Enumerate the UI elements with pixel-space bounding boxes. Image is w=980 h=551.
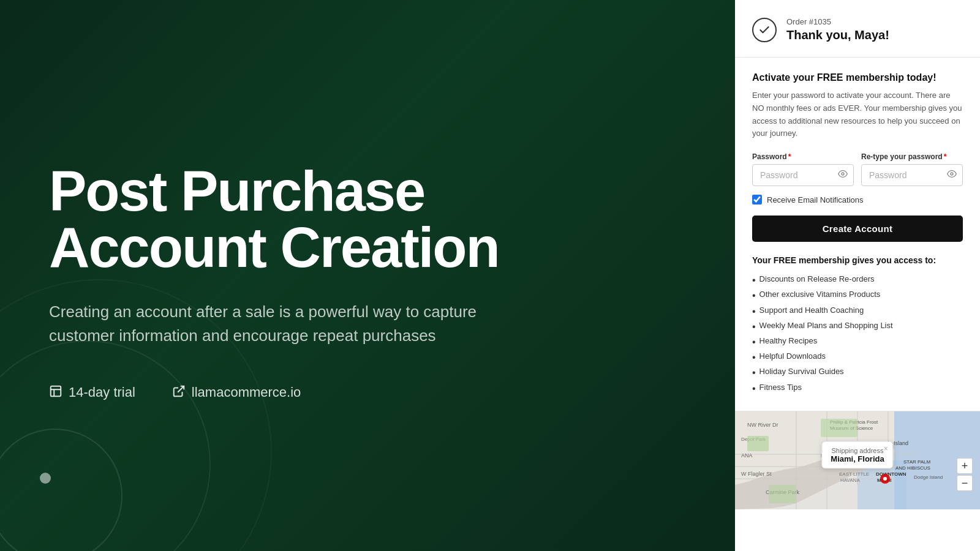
form-title: Activate your FREE membership today! [752,72,963,83]
password-eye-icon[interactable] [838,169,848,181]
membership-list-item: Fitness Tips [752,381,963,396]
external-link-icon [172,384,186,401]
map-controls: + − [957,458,973,491]
map-tooltip-value: Miami, Florida [831,454,884,463]
email-notifications-label: Receive Email Notifications [767,195,864,204]
password-fields-row: Password* Re-type your password* [752,152,963,186]
decorative-circle-inner [0,429,123,551]
svg-line-1 [178,386,184,392]
retype-password-field-group: Re-type your password* [861,152,963,186]
subtitle: Creating an account after a sale is a po… [49,300,490,348]
membership-list-item: Other exclusive Vitamins Products [752,288,963,303]
svg-point-37 [883,477,887,481]
form-description: Enter your password to activate your acc… [752,89,963,140]
password-input-wrap [752,164,854,186]
trial-link[interactable]: 14-day trial [49,384,135,401]
membership-list-item: Holiday Survival Guides [752,365,963,380]
retype-label: Re-type your password* [861,152,963,161]
map-tooltip-label: Shipping address [831,446,884,454]
website-link[interactable]: llamacommerce.io [172,384,301,401]
main-title: Post Purchase Account Creation [49,163,600,276]
map-section: NW River Dr Depot Park ANA W Flagler St … [735,411,980,509]
svg-text:AND HIBISCUS: AND HIBISCUS [895,465,930,471]
email-notifications-row: Receive Email Notifications [752,195,963,204]
svg-text:Dodge Island: Dodge Island [914,474,943,480]
decorative-dot [40,473,51,484]
map-tooltip: × Shipping address Miami, Florida [821,441,893,468]
form-section: Activate your FREE membership today! Ent… [735,58,980,411]
left-panel: Post Purchase Account Creation Creating … [0,0,735,551]
thank-you-message: Thank you, Maya! [786,28,889,42]
svg-text:HAVANA: HAVANA [840,478,860,483]
map-tooltip-close[interactable]: × [884,444,888,452]
trial-icon [49,384,62,401]
svg-text:NW River Dr: NW River Dr [747,422,778,428]
check-circle-icon [752,18,777,42]
map-zoom-in-button[interactable]: + [957,458,973,474]
password-field-group: Password* [752,152,854,186]
email-notifications-checkbox[interactable] [752,195,762,204]
svg-rect-35 [769,485,796,503]
membership-list-item: Support and Health Coaching [752,304,963,319]
bottom-links: 14-day trial llamacommerce.io [49,384,686,401]
membership-list-item: Healthy Recipes [752,334,963,350]
membership-list-item: Helpful Downloads [752,350,963,365]
right-panel: Order #1035 Thank you, Maya! Activate yo… [735,0,980,551]
map-zoom-out-button[interactable]: − [957,475,973,491]
retype-input-wrap [861,164,963,186]
order-info: Order #1035 Thank you, Maya! [786,17,889,42]
order-header: Order #1035 Thank you, Maya! [735,0,980,58]
create-account-button[interactable]: Create Account [752,216,963,242]
retype-eye-icon[interactable] [947,169,957,181]
password-label: Password* [752,152,854,161]
svg-rect-34 [821,419,858,437]
svg-point-3 [951,173,953,175]
svg-text:ANA: ANA [741,452,753,459]
svg-rect-0 [51,386,61,396]
svg-text:W Flagler St: W Flagler St [741,471,772,477]
svg-point-2 [842,173,844,175]
membership-list: Discounts on Release Re-ordersOther excl… [752,272,963,396]
svg-text:EAST LITTLE: EAST LITTLE [839,471,869,477]
membership-list-item: Discounts on Release Re-orders [752,272,963,288]
svg-rect-33 [747,436,769,451]
order-number: Order #1035 [786,17,889,26]
membership-list-item: Weekly Meal Plans and Shopping List [752,319,963,334]
svg-text:STAR PALM: STAR PALM [903,459,930,465]
svg-text:DOWNTOWN: DOWNTOWN [876,471,907,477]
membership-title: Your FREE membership gives you access to… [752,255,963,265]
